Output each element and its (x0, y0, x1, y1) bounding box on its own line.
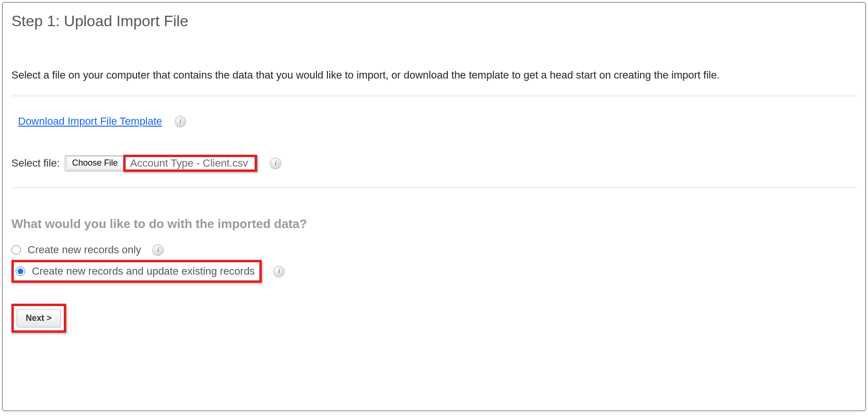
chosen-filename: Account Type - Client.csv (128, 157, 251, 169)
divider (11, 188, 857, 188)
info-icon[interactable]: i (152, 244, 164, 256)
info-icon[interactable]: i (273, 266, 285, 277)
import-action-radio-group: Create new records only i Create new rec… (11, 244, 857, 283)
info-icon[interactable]: i (175, 116, 186, 127)
next-button-highlight: Next > (11, 304, 66, 333)
info-icon[interactable]: i (270, 158, 281, 169)
radio-row-create-only: Create new records only i (11, 244, 857, 256)
divider (11, 96, 857, 96)
select-file-label: Select file: (11, 157, 60, 169)
next-button[interactable]: Next > (17, 309, 61, 328)
radio-create-only-label[interactable]: Create new records only (28, 244, 141, 256)
radio-create-update-highlight: Create new records and update existing r… (11, 260, 262, 283)
radio-create-update-label[interactable]: Create new records and update existing r… (32, 265, 255, 278)
radio-create-update[interactable] (16, 267, 25, 276)
download-template-link[interactable]: Download Import File Template (18, 115, 162, 128)
file-input-control: Choose File Account Type - Client.csv (65, 155, 258, 171)
import-action-question: What would you like to do with the impor… (11, 217, 857, 231)
import-wizard-panel: Step 1: Upload Import File Select a file… (2, 2, 866, 411)
radio-row-create-update: Create new records and update existing r… (11, 260, 857, 283)
choose-file-button[interactable]: Choose File (66, 156, 124, 170)
step-title: Step 1: Upload Import File (11, 12, 857, 30)
next-button-wrap: Next > (11, 304, 66, 333)
template-row: Download Import File Template i (11, 115, 857, 128)
file-select-row: Select file: Choose File Account Type - … (11, 155, 857, 171)
radio-create-only[interactable] (11, 245, 21, 255)
intro-text: Select a file on your computer that cont… (11, 68, 857, 82)
chosen-filename-highlight: Account Type - Client.csv (123, 155, 257, 172)
